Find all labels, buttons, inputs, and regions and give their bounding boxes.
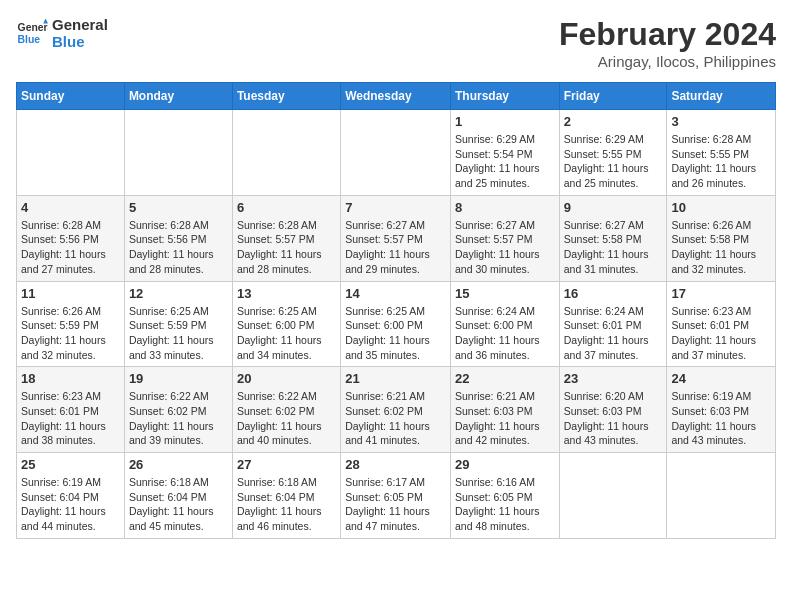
day-number: 5 — [129, 200, 228, 215]
day-cell: 4Sunrise: 6:28 AMSunset: 5:56 PMDaylight… — [17, 195, 125, 281]
day-cell: 22Sunrise: 6:21 AMSunset: 6:03 PMDayligh… — [450, 367, 559, 453]
day-cell: 24Sunrise: 6:19 AMSunset: 6:03 PMDayligh… — [667, 367, 776, 453]
day-number: 10 — [671, 200, 771, 215]
day-number: 29 — [455, 457, 555, 472]
day-cell: 19Sunrise: 6:22 AMSunset: 6:02 PMDayligh… — [124, 367, 232, 453]
day-cell: 29Sunrise: 6:16 AMSunset: 6:05 PMDayligh… — [450, 453, 559, 539]
day-detail: Sunrise: 6:25 AMSunset: 6:00 PMDaylight:… — [237, 304, 336, 363]
svg-text:Blue: Blue — [18, 34, 41, 45]
week-row-5: 25Sunrise: 6:19 AMSunset: 6:04 PMDayligh… — [17, 453, 776, 539]
day-cell: 20Sunrise: 6:22 AMSunset: 6:02 PMDayligh… — [232, 367, 340, 453]
day-number: 6 — [237, 200, 336, 215]
day-detail: Sunrise: 6:18 AMSunset: 6:04 PMDaylight:… — [129, 475, 228, 534]
header-cell-tuesday: Tuesday — [232, 83, 340, 110]
day-cell — [232, 110, 340, 196]
day-number: 14 — [345, 286, 446, 301]
header-cell-monday: Monday — [124, 83, 232, 110]
day-number: 2 — [564, 114, 663, 129]
day-cell: 26Sunrise: 6:18 AMSunset: 6:04 PMDayligh… — [124, 453, 232, 539]
day-detail: Sunrise: 6:27 AMSunset: 5:57 PMDaylight:… — [345, 218, 446, 277]
day-cell: 9Sunrise: 6:27 AMSunset: 5:58 PMDaylight… — [559, 195, 667, 281]
header: General Blue General Blue February 2024 … — [16, 16, 776, 70]
day-cell — [124, 110, 232, 196]
day-cell — [17, 110, 125, 196]
day-number: 18 — [21, 371, 120, 386]
day-cell: 5Sunrise: 6:28 AMSunset: 5:56 PMDaylight… — [124, 195, 232, 281]
day-cell — [667, 453, 776, 539]
day-detail: Sunrise: 6:25 AMSunset: 5:59 PMDaylight:… — [129, 304, 228, 363]
day-cell: 18Sunrise: 6:23 AMSunset: 6:01 PMDayligh… — [17, 367, 125, 453]
logo-line1: General — [52, 16, 108, 33]
day-cell: 21Sunrise: 6:21 AMSunset: 6:02 PMDayligh… — [341, 367, 451, 453]
day-number: 8 — [455, 200, 555, 215]
day-detail: Sunrise: 6:24 AMSunset: 6:00 PMDaylight:… — [455, 304, 555, 363]
day-detail: Sunrise: 6:19 AMSunset: 6:03 PMDaylight:… — [671, 389, 771, 448]
day-number: 24 — [671, 371, 771, 386]
day-detail: Sunrise: 6:19 AMSunset: 6:04 PMDaylight:… — [21, 475, 120, 534]
logo-icon: General Blue — [16, 17, 48, 49]
day-number: 7 — [345, 200, 446, 215]
day-detail: Sunrise: 6:17 AMSunset: 6:05 PMDaylight:… — [345, 475, 446, 534]
week-row-2: 4Sunrise: 6:28 AMSunset: 5:56 PMDaylight… — [17, 195, 776, 281]
day-number: 15 — [455, 286, 555, 301]
day-detail: Sunrise: 6:20 AMSunset: 6:03 PMDaylight:… — [564, 389, 663, 448]
day-detail: Sunrise: 6:27 AMSunset: 5:57 PMDaylight:… — [455, 218, 555, 277]
day-cell — [341, 110, 451, 196]
day-detail: Sunrise: 6:23 AMSunset: 6:01 PMDaylight:… — [21, 389, 120, 448]
day-cell: 15Sunrise: 6:24 AMSunset: 6:00 PMDayligh… — [450, 281, 559, 367]
day-detail: Sunrise: 6:28 AMSunset: 5:56 PMDaylight:… — [129, 218, 228, 277]
day-cell: 17Sunrise: 6:23 AMSunset: 6:01 PMDayligh… — [667, 281, 776, 367]
day-number: 21 — [345, 371, 446, 386]
day-number: 25 — [21, 457, 120, 472]
day-cell: 10Sunrise: 6:26 AMSunset: 5:58 PMDayligh… — [667, 195, 776, 281]
day-number: 17 — [671, 286, 771, 301]
day-number: 26 — [129, 457, 228, 472]
day-detail: Sunrise: 6:26 AMSunset: 5:58 PMDaylight:… — [671, 218, 771, 277]
day-number: 27 — [237, 457, 336, 472]
day-cell — [559, 453, 667, 539]
day-number: 1 — [455, 114, 555, 129]
week-row-4: 18Sunrise: 6:23 AMSunset: 6:01 PMDayligh… — [17, 367, 776, 453]
day-number: 23 — [564, 371, 663, 386]
day-detail: Sunrise: 6:18 AMSunset: 6:04 PMDaylight:… — [237, 475, 336, 534]
day-number: 19 — [129, 371, 228, 386]
header-cell-friday: Friday — [559, 83, 667, 110]
day-number: 9 — [564, 200, 663, 215]
day-cell: 7Sunrise: 6:27 AMSunset: 5:57 PMDaylight… — [341, 195, 451, 281]
day-detail: Sunrise: 6:29 AMSunset: 5:54 PMDaylight:… — [455, 132, 555, 191]
calendar-title: February 2024 — [559, 16, 776, 53]
day-cell: 8Sunrise: 6:27 AMSunset: 5:57 PMDaylight… — [450, 195, 559, 281]
calendar-subtitle: Aringay, Ilocos, Philippines — [559, 53, 776, 70]
day-cell: 13Sunrise: 6:25 AMSunset: 6:00 PMDayligh… — [232, 281, 340, 367]
week-row-1: 1Sunrise: 6:29 AMSunset: 5:54 PMDaylight… — [17, 110, 776, 196]
day-cell: 6Sunrise: 6:28 AMSunset: 5:57 PMDaylight… — [232, 195, 340, 281]
header-cell-wednesday: Wednesday — [341, 83, 451, 110]
day-number: 13 — [237, 286, 336, 301]
day-detail: Sunrise: 6:24 AMSunset: 6:01 PMDaylight:… — [564, 304, 663, 363]
day-number: 20 — [237, 371, 336, 386]
day-cell: 14Sunrise: 6:25 AMSunset: 6:00 PMDayligh… — [341, 281, 451, 367]
day-detail: Sunrise: 6:21 AMSunset: 6:02 PMDaylight:… — [345, 389, 446, 448]
header-cell-sunday: Sunday — [17, 83, 125, 110]
day-cell: 11Sunrise: 6:26 AMSunset: 5:59 PMDayligh… — [17, 281, 125, 367]
day-detail: Sunrise: 6:29 AMSunset: 5:55 PMDaylight:… — [564, 132, 663, 191]
day-detail: Sunrise: 6:16 AMSunset: 6:05 PMDaylight:… — [455, 475, 555, 534]
day-number: 16 — [564, 286, 663, 301]
day-detail: Sunrise: 6:28 AMSunset: 5:57 PMDaylight:… — [237, 218, 336, 277]
day-number: 11 — [21, 286, 120, 301]
day-cell: 12Sunrise: 6:25 AMSunset: 5:59 PMDayligh… — [124, 281, 232, 367]
day-detail: Sunrise: 6:28 AMSunset: 5:55 PMDaylight:… — [671, 132, 771, 191]
day-number: 3 — [671, 114, 771, 129]
day-cell: 3Sunrise: 6:28 AMSunset: 5:55 PMDaylight… — [667, 110, 776, 196]
day-number: 28 — [345, 457, 446, 472]
day-detail: Sunrise: 6:23 AMSunset: 6:01 PMDaylight:… — [671, 304, 771, 363]
header-cell-saturday: Saturday — [667, 83, 776, 110]
day-number: 22 — [455, 371, 555, 386]
day-cell: 23Sunrise: 6:20 AMSunset: 6:03 PMDayligh… — [559, 367, 667, 453]
day-detail: Sunrise: 6:22 AMSunset: 6:02 PMDaylight:… — [129, 389, 228, 448]
day-detail: Sunrise: 6:22 AMSunset: 6:02 PMDaylight:… — [237, 389, 336, 448]
logo-line2: Blue — [52, 33, 108, 50]
day-detail: Sunrise: 6:27 AMSunset: 5:58 PMDaylight:… — [564, 218, 663, 277]
day-cell: 2Sunrise: 6:29 AMSunset: 5:55 PMDaylight… — [559, 110, 667, 196]
day-detail: Sunrise: 6:26 AMSunset: 5:59 PMDaylight:… — [21, 304, 120, 363]
